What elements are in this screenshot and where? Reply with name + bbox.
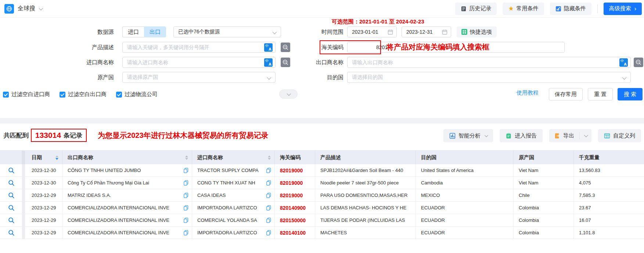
- product-desc-label: 产品描述: [0, 44, 114, 51]
- table-row[interactable]: 2023-12-29 MATRIZ IDEAS S.A. CASA IDEAS …: [0, 189, 644, 202]
- cell-hs-code[interactable]: 82019000: [275, 164, 315, 176]
- results-actions: 智能分析 进入报告 导出: [443, 129, 641, 142]
- save-conditions-button[interactable]: 保存常用: [549, 88, 583, 100]
- filter-blank-exporter-checkbox[interactable]: 过滤空白出口商: [60, 91, 107, 98]
- cell-hs-code[interactable]: 820140900: [275, 202, 315, 214]
- cell-hs-code[interactable]: 82019000: [275, 189, 315, 201]
- export-split-button: 导出: [549, 129, 591, 142]
- cell-hs-code[interactable]: 820140100: [275, 227, 315, 239]
- copy-icon[interactable]: [183, 205, 189, 210]
- hide-conditions-button[interactable]: 隐藏条件: [550, 3, 591, 15]
- export-tab[interactable]: 出口: [144, 26, 166, 37]
- table-row[interactable]: 2023-12-29 COMERCIALIZADORA INTERNACIONA…: [0, 202, 644, 214]
- cell-hs-code[interactable]: 820150000: [275, 214, 315, 226]
- copy-icon[interactable]: [266, 230, 271, 235]
- view-detail-icon[interactable]: [8, 192, 15, 199]
- cell-importer: IMPORTADORA LARTIZCO: [192, 227, 275, 239]
- importer-input[interactable]: [123, 57, 275, 67]
- history-button[interactable]: 历史记录: [455, 3, 497, 15]
- checkbox-label: 过滤空白进口商: [11, 91, 50, 98]
- enter-report-button[interactable]: 进入报告: [500, 129, 543, 142]
- app-brand[interactable]: 全球搜: [4, 4, 42, 14]
- copy-icon[interactable]: [183, 230, 189, 235]
- exclude-search-icon[interactable]: [634, 58, 643, 67]
- translate-icon[interactable]: 中A: [619, 58, 628, 67]
- filter-blank-importer-checkbox[interactable]: 过滤空白进口商: [3, 91, 50, 98]
- table-row[interactable]: 2023-12-30 Công Ty Cổ Phần Thương Mại Gi…: [0, 177, 644, 189]
- dest-country-select[interactable]: 请选择目的国: [347, 72, 631, 83]
- smart-analysis-button[interactable]: 智能分析: [443, 129, 493, 142]
- copy-icon[interactable]: [183, 217, 189, 223]
- table-row[interactable]: 2023-12-29 COMERCIALIZADORA INTERNACIONA…: [0, 214, 644, 227]
- calendar-icon[interactable]: [442, 29, 447, 36]
- view-detail-icon[interactable]: [8, 205, 15, 211]
- cell-origin: Colombia: [514, 227, 574, 239]
- cell-date: 2023-12-30: [25, 177, 62, 189]
- sort-exporter-icon[interactable]: [185, 155, 188, 160]
- customize-columns-button[interactable]: 自定义列: [598, 129, 641, 142]
- advanced-search-button[interactable]: 高级搜索 ›: [604, 3, 642, 15]
- data-source-select[interactable]: 已选中76个数据源: [173, 26, 281, 37]
- cell-exporter: CÔNG TY TNHH UNITED JUMBO: [62, 164, 192, 176]
- translate-icon[interactable]: 中A: [264, 58, 273, 67]
- topbar-actions: 历史记录 ★ 常用条件 隐藏条件 高级搜索 ›: [455, 3, 642, 15]
- copy-icon[interactable]: [266, 192, 271, 198]
- view-detail-icon[interactable]: [8, 217, 15, 224]
- origin-country-select[interactable]: 请选择原产国: [122, 72, 276, 83]
- favorites-button[interactable]: ★ 常用条件: [503, 3, 544, 15]
- calendar-icon[interactable]: [388, 29, 393, 36]
- copy-icon[interactable]: [183, 180, 189, 186]
- cell-exporter: COMERCIALIZADORA INTERNACIONAL INVE: [62, 214, 192, 226]
- view-detail-icon[interactable]: [8, 230, 15, 236]
- table-row[interactable]: 2023-12-29 COMERCIALIZADORA INTERNACIONA…: [0, 227, 644, 239]
- header-date[interactable]: 日期: [25, 151, 62, 164]
- hs-code-label: 海关编码: [312, 44, 343, 51]
- exporter-name: COMERCIALIZADORA INTERNACIONAL INVE: [68, 217, 182, 223]
- view-detail-icon[interactable]: [8, 180, 15, 186]
- table-row[interactable]: 2023-12-30 CÔNG TY TNHH UNITED JUMBO TRA…: [0, 164, 644, 177]
- copy-icon[interactable]: [266, 180, 271, 186]
- copy-icon[interactable]: [266, 168, 271, 173]
- cell-product-desc: Noodle peeler 7 steel 37gr-500 piece: [315, 177, 416, 189]
- data-source-value: 已选中76个数据源: [174, 29, 281, 35]
- reset-button[interactable]: 重 置: [588, 88, 613, 100]
- divider: [597, 4, 598, 13]
- view-detail-cell: [0, 214, 22, 226]
- exclude-search-icon[interactable]: [281, 43, 290, 52]
- exclude-search-icon[interactable]: [281, 58, 290, 67]
- export-label: 导出: [563, 132, 574, 139]
- count-highlight-box: 133014 条记录: [31, 129, 87, 142]
- view-detail-icon[interactable]: [8, 167, 15, 174]
- cell-hs-code[interactable]: 82019000: [275, 177, 315, 189]
- header-importer[interactable]: 进口商名称: [192, 151, 275, 164]
- copy-icon[interactable]: [266, 217, 271, 223]
- count-prefix: 共匹配到: [4, 131, 29, 140]
- export-options-button[interactable]: [580, 129, 591, 142]
- cell-date: 2023-12-29: [25, 214, 62, 226]
- import-tab[interactable]: 进口: [122, 26, 144, 37]
- importer-label: 进口商名称: [0, 59, 114, 66]
- search-button[interactable]: 搜 索: [618, 88, 643, 100]
- data-source-label: 数据源: [0, 29, 114, 36]
- smart-analysis-label: 智能分析: [458, 132, 481, 139]
- tutorial-link[interactable]: 使用教程: [517, 89, 539, 96]
- translate-icon[interactable]: 中A: [264, 43, 273, 52]
- sort-date-icon[interactable]: [55, 155, 58, 160]
- sort-importer-icon[interactable]: [268, 155, 271, 160]
- copy-icon[interactable]: [266, 205, 271, 210]
- header-exporter[interactable]: 出口商名称: [62, 151, 192, 164]
- filter-logistics-checkbox[interactable]: 过滤物流公司: [116, 91, 158, 98]
- export-button[interactable]: 导出: [549, 129, 579, 142]
- quick-options-button[interactable]: 快捷选项: [457, 26, 497, 37]
- exporter-input[interactable]: [348, 57, 630, 67]
- product-desc-input[interactable]: [123, 42, 275, 52]
- bi-analysis-icon: [449, 133, 456, 139]
- pinned-column-divider: [22, 202, 25, 214]
- cell-weight: 13,560.83: [574, 164, 644, 176]
- collapse-form-button[interactable]: [279, 89, 298, 99]
- header-product: 产品描述: [315, 151, 416, 164]
- cell-exporter: Công Ty Cổ Phần Thương Mại Gia Lai: [62, 177, 192, 189]
- copy-icon[interactable]: [183, 168, 189, 173]
- cell-product-desc: PARA USO DOMESNTICO,MASAS,HER: [315, 189, 416, 201]
- copy-icon[interactable]: [183, 192, 189, 198]
